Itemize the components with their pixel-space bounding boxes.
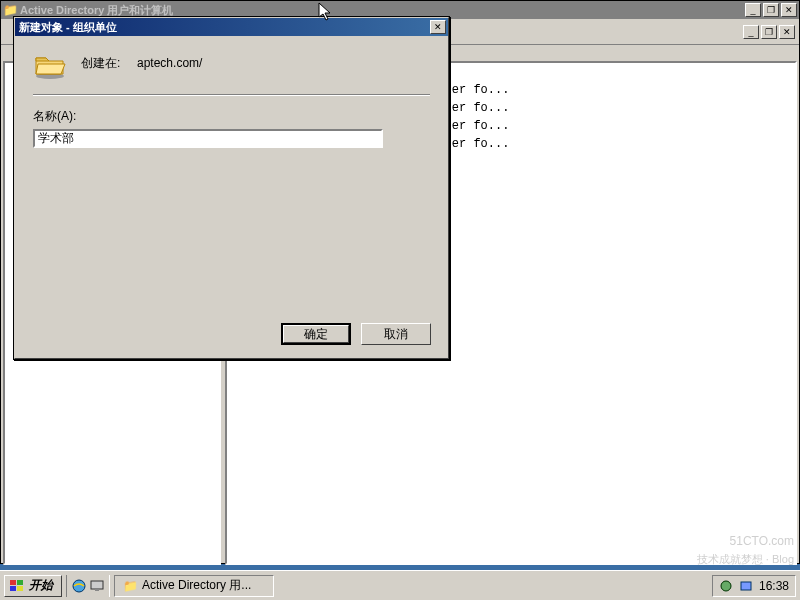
windows-logo-icon	[9, 579, 25, 593]
close-button[interactable]: ✕	[781, 3, 797, 17]
minimize-button[interactable]: _	[745, 3, 761, 17]
dialog-title: 新建对象 - 组织单位	[17, 20, 430, 35]
svg-rect-2	[17, 580, 23, 585]
taskbar-app-label: Active Directory 用...	[142, 577, 251, 594]
dialog-titlebar[interactable]: 新建对象 - 组织单位 ✕	[15, 18, 448, 36]
name-input[interactable]	[33, 129, 383, 148]
created-in-value: aptech.com/	[137, 56, 202, 70]
tray-icon-2[interactable]	[739, 579, 753, 593]
svg-rect-4	[17, 586, 23, 591]
desktop-icon[interactable]	[89, 578, 105, 594]
taskbar-app-icon: 📁	[123, 579, 138, 593]
divider	[33, 94, 430, 96]
tray-icon-1[interactable]	[719, 579, 733, 593]
svg-rect-7	[95, 589, 99, 591]
cancel-button[interactable]: 取消	[361, 323, 431, 345]
dialog-close-button[interactable]: ✕	[430, 20, 446, 34]
start-label: 开始	[29, 577, 53, 594]
ie-icon[interactable]	[71, 578, 87, 594]
quick-launch	[66, 575, 110, 597]
system-tray[interactable]: 16:38	[712, 575, 796, 597]
app-icon: 📁	[3, 3, 18, 17]
start-button[interactable]: 开始	[4, 575, 62, 597]
taskbar: 开始 📁 Active Directory 用... 16:38	[0, 570, 800, 600]
maximize-button[interactable]: ❐	[763, 3, 779, 17]
svg-rect-1	[10, 580, 16, 585]
child-maximize-button[interactable]: ❐	[761, 25, 777, 39]
svg-rect-3	[10, 586, 16, 591]
dialog-header: 创建在: aptech.com/	[33, 50, 430, 76]
ok-button[interactable]: 确定	[281, 323, 351, 345]
ok-button-label: 确定	[283, 325, 349, 343]
child-close-button[interactable]: ✕	[779, 25, 795, 39]
created-in-row: 创建在: aptech.com/	[81, 55, 202, 72]
created-in-label: 创建在:	[81, 56, 120, 70]
taskbar-app-button[interactable]: 📁 Active Directory 用...	[114, 575, 274, 597]
folder-icon	[33, 50, 65, 76]
name-label: 名称(A):	[33, 108, 430, 125]
svg-rect-6	[91, 581, 103, 589]
child-minimize-button[interactable]: _	[743, 25, 759, 39]
svg-point-8	[721, 581, 731, 591]
new-ou-dialog: 新建对象 - 组织单位 ✕ 创建在: aptech.com/ 名称(A):	[13, 16, 450, 360]
clock: 16:38	[759, 579, 789, 593]
svg-rect-9	[741, 582, 751, 590]
